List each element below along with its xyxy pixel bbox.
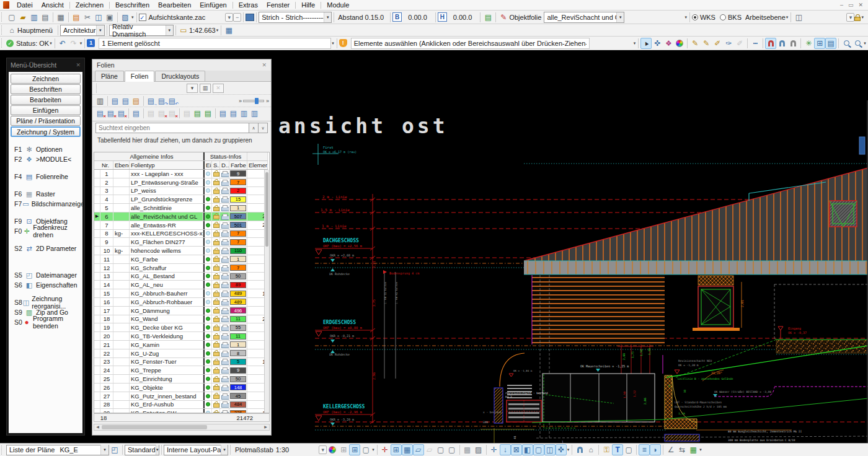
- col-folientyp[interactable]: Folientyp: [130, 161, 203, 169]
- printer-icon[interactable]: [221, 222, 228, 228]
- prompt-caret[interactable]: ▾: [634, 41, 636, 46]
- toolbar-grip2[interactable]: [1, 25, 4, 35]
- unlock-icon[interactable]: [213, 350, 219, 356]
- unlock-icon[interactable]: [213, 401, 219, 408]
- layer-down-icon[interactable]: ▤: [228, 108, 239, 118]
- overview-item[interactable]: F2>MODULE<: [11, 154, 81, 164]
- message-caret[interactable]: ▾: [332, 41, 334, 46]
- folien-row[interactable]: 1xxx - Lageplan - xxx9: [94, 170, 264, 178]
- menu-item[interactable]: Datei: [12, 1, 37, 9]
- folien-row[interactable]: 21KG_Kamin1: [94, 341, 264, 349]
- unlock-icon[interactable]: [213, 307, 219, 314]
- overview-item[interactable]: F7Bildschirmanzeige: [11, 199, 81, 209]
- bracket-select-icon[interactable]: ◧: [522, 444, 533, 455]
- printer-icon[interactable]: [221, 291, 228, 296]
- folien-row[interactable]: 28KG_Erd-Aushub484: [94, 401, 264, 410]
- folien-row[interactable]: 17KG_Dämmung496: [94, 307, 264, 315]
- menu-item[interactable]: Hilfe: [297, 1, 319, 9]
- plan-lock-icon[interactable]: ◰: [109, 444, 120, 455]
- printer-icon[interactable]: [221, 385, 228, 390]
- unlock-icon[interactable]: [213, 230, 219, 237]
- unlock-icon[interactable]: [213, 291, 219, 297]
- folien-row[interactable]: 18KG_Wand112: [94, 315, 264, 324]
- save-copy-icon[interactable]: ▤: [40, 12, 51, 23]
- snap-point-icon[interactable]: [776, 38, 787, 49]
- layer-list-icon[interactable]: ▤: [131, 108, 141, 118]
- height-h-icon[interactable]: H: [438, 12, 447, 22]
- arbeitsebene-caret[interactable]: ▾: [786, 15, 789, 20]
- ein-toggle-icon[interactable]: [206, 240, 210, 244]
- overview-item[interactable]: F6Raster: [11, 189, 81, 199]
- color-chip[interactable]: 236: [230, 410, 246, 413]
- folien-row[interactable]: 15KG_Abbruch-Bauherr4891: [94, 289, 264, 298]
- pen-hatch-icon[interactable]: ✐: [712, 38, 723, 49]
- color-wheel-icon[interactable]: [674, 38, 685, 49]
- unlock-icon[interactable]: [213, 248, 219, 254]
- abstand-value[interactable]: 0.15.0: [365, 14, 384, 21]
- bottom-caret[interactable]: ▾: [699, 447, 702, 452]
- color-chip[interactable]: 45: [230, 393, 246, 399]
- printer-icon[interactable]: [221, 180, 228, 185]
- transparency-slider[interactable]: [243, 100, 264, 102]
- printer-icon[interactable]: [221, 333, 228, 339]
- layer-combo-caret[interactable]: ▾: [616, 12, 624, 22]
- discipline-caret[interactable]: ▾: [96, 25, 104, 35]
- ein-toggle-icon[interactable]: [206, 368, 210, 372]
- layer-off-all-icon[interactable]: ▤×: [167, 108, 177, 118]
- select-cursor-icon[interactable]: ▲: [640, 38, 652, 49]
- unlock-icon[interactable]: [213, 299, 219, 305]
- unlock-icon[interactable]: [213, 205, 219, 211]
- menu-item[interactable]: Module: [322, 1, 353, 9]
- new-document-icon[interactable]: ▢: [6, 12, 17, 23]
- reference-dropdown-button[interactable]: ▾: [225, 13, 233, 22]
- save-icon[interactable]: ▥: [29, 12, 40, 23]
- folien-row[interactable]: ▶6alle_ReviSchacht und GL5072: [94, 213, 264, 221]
- swap-arrows-icon[interactable]: ⇆: [676, 444, 688, 455]
- style-combo[interactable]: Standard ▾: [125, 445, 159, 455]
- folien-row[interactable]: 4LP_Grundstücksgrenze15: [94, 195, 264, 204]
- printer-icon[interactable]: [221, 325, 228, 330]
- printer-icon[interactable]: [221, 248, 228, 253]
- unlock-icon[interactable]: [213, 265, 219, 271]
- folien-row[interactable]: 9KG_Flächen DIN2777: [94, 238, 264, 247]
- pen-icon[interactable]: ✎: [689, 38, 701, 49]
- height-h-value[interactable]: 0.00.0: [453, 14, 472, 21]
- right-combo-caret[interactable]: ▾: [846, 13, 854, 22]
- copy-icon[interactable]: ◫: [93, 12, 104, 23]
- layer-settings-icon[interactable]: ▥: [95, 96, 105, 106]
- unlock-icon[interactable]: [213, 359, 219, 365]
- favorite-dropdown-button[interactable]: ▾: [187, 84, 198, 93]
- unlock-icon[interactable]: [213, 410, 219, 413]
- unlock-icon[interactable]: [213, 170, 219, 177]
- printer-icon[interactable]: [221, 188, 228, 193]
- ein-toggle-icon[interactable]: [206, 411, 210, 413]
- folien-titlebar[interactable]: Folien ✕: [92, 59, 271, 71]
- layer-select-all-icon[interactable]: ▤: [110, 96, 120, 106]
- bks-radio[interactable]: [720, 14, 726, 20]
- multi-select-icon[interactable]: ❖: [663, 38, 674, 49]
- move-element-icon[interactable]: ✜: [652, 38, 663, 49]
- toolbar-grip3[interactable]: [1, 38, 4, 48]
- layer-extract-icon[interactable]: ▤↶: [167, 96, 177, 106]
- ein-toggle-icon[interactable]: [206, 334, 210, 338]
- folien-row[interactable]: 10kg-höhencode willems110: [94, 247, 264, 255]
- unlock-icon[interactable]: [213, 188, 219, 194]
- col-s[interactable]: S..: [212, 161, 220, 169]
- discipline-combo[interactable]: Architektur ▾: [60, 25, 105, 36]
- folien-row[interactable]: 16KG_Abbruch-Rohbauer489: [94, 298, 264, 307]
- ein-toggle-icon[interactable]: [206, 325, 210, 330]
- menu-item[interactable]: Bearbeiten: [154, 1, 195, 9]
- tab-plne[interactable]: Pläne: [95, 71, 124, 81]
- ein-toggle-icon[interactable]: [206, 309, 210, 313]
- palette-combo[interactable]: Interne Layout-Palett ▾: [164, 445, 228, 455]
- folien-row[interactable]: 14KG_AL_neu89: [94, 281, 264, 289]
- printer-icon[interactable]: [221, 239, 228, 245]
- ein-toggle-icon[interactable]: [206, 351, 210, 356]
- overview-item[interactable]: F4Folienreihe: [11, 172, 81, 182]
- objektfolie-pen-icon[interactable]: ✎: [498, 12, 509, 23]
- folien-row[interactable]: 5alle_Schnittlinie1: [94, 204, 264, 213]
- image-icon[interactable]: ▦: [688, 444, 699, 455]
- paste-clipboard-icon[interactable]: ▤: [71, 12, 82, 23]
- printer-icon[interactable]: [221, 367, 228, 373]
- printer-icon[interactable]: [221, 316, 228, 322]
